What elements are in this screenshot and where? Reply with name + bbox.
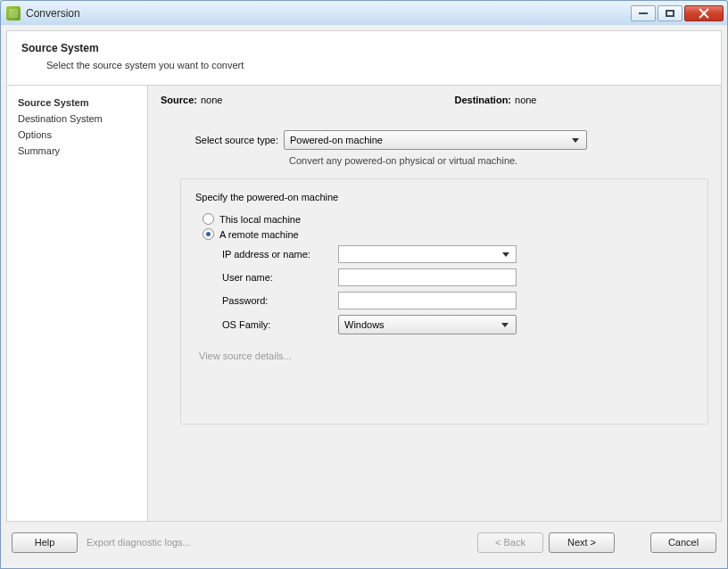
export-logs-link: Export diagnostic logs... [87,537,191,548]
source-type-label: Select source type: [186,135,284,145]
password-input[interactable] [338,292,517,309]
source-type-dropdown[interactable]: Powered-on machine [284,130,587,150]
radio-icon [203,228,214,240]
view-source-details-link: View source details... [199,350,693,361]
close-icon [699,8,709,19]
page-subtitle: Select the source system you want to con… [46,60,707,70]
username-label: User name: [222,272,338,283]
source-label: Source: [161,95,197,105]
ip-label: IP address or name: [222,249,338,260]
chevron-down-icon [572,138,579,143]
page-title: Source System [21,42,707,54]
next-button[interactable]: Next > [549,532,615,553]
chevron-down-icon [501,323,509,327]
maximize-button[interactable] [658,5,682,21]
wizard-body: Source System Destination System Options… [6,86,722,522]
ip-combo[interactable] [338,245,517,263]
radio-remote-label: A remote machine [219,229,299,240]
step-destination-system[interactable]: Destination System [18,111,136,127]
wizard-main: Source: none Destination: none Select so… [148,86,721,521]
chevron-down-icon [502,252,509,257]
machine-panel: Specify the powered-on machine This loca… [180,178,708,425]
wizard-footer: Help Export diagnostic logs... < Back Ne… [6,522,722,563]
radio-icon [203,213,214,225]
window-body: Source System Select the source system y… [0,25,728,569]
step-source-system[interactable]: Source System [18,95,136,111]
username-input[interactable] [338,268,517,286]
destination-label: Destination: [454,95,511,105]
wizard-header: Source System Select the source system y… [6,30,722,86]
os-family-dropdown[interactable]: Windows [338,315,517,334]
maximize-icon [666,10,674,17]
radio-local-machine[interactable]: This local machine [203,213,693,225]
source-value: none [201,95,222,105]
source-type-hint: Convert any powered-on physical or virtu… [289,155,708,166]
close-button[interactable] [684,5,724,21]
minimize-button[interactable] [631,5,656,21]
source-type-row: Select source type: Powered-on machine [186,130,708,150]
cancel-button[interactable]: Cancel [650,532,716,553]
wizard-steps: Source System Destination System Options… [7,86,148,521]
back-button[interactable]: < Back [477,532,543,553]
ip-input[interactable] [338,245,517,263]
source-type-value: Powered-on machine [290,135,383,145]
app-icon [6,6,21,21]
radio-remote-machine[interactable]: A remote machine [203,228,693,240]
window-title: Conversion [26,7,631,20]
titlebar: Conversion [0,0,728,25]
destination-value: none [515,95,536,105]
os-family-label: OS Family: [222,319,338,330]
radio-local-label: This local machine [219,214,301,225]
step-summary[interactable]: Summary [18,143,136,159]
source-destination-status: Source: none Destination: none [161,95,708,109]
minimize-icon [639,12,648,14]
password-label: Password: [222,295,338,306]
window-controls [631,5,724,21]
panel-title: Specify the powered-on machine [195,192,693,202]
step-options[interactable]: Options [18,127,136,143]
help-button[interactable]: Help [12,532,78,553]
os-family-value: Windows [344,319,385,330]
